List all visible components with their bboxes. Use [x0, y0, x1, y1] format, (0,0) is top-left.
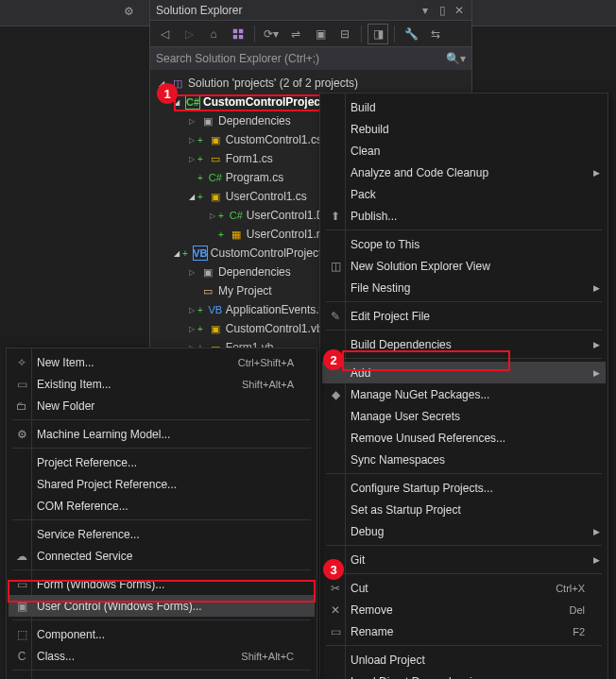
menu-shortcut: Shift+Alt+A — [242, 379, 294, 390]
menu-item-remove-unused-references[interactable]: Remove Unused References... — [322, 427, 606, 449]
menu-item-manage-nuget-packages[interactable]: ◆Manage NuGet Packages... — [322, 383, 606, 405]
menu-item-label: Remove Unused References... — [351, 432, 505, 445]
menu-separator — [326, 645, 602, 646]
menu-item-new-editorconfig[interactable]: ≡New EditorConfig — [9, 673, 315, 679]
menu-item-form-windows-forms[interactable]: ▭Form (Windows Forms)... — [9, 573, 315, 595]
menu-item-pack[interactable]: Pack — [322, 183, 606, 205]
search-icon: 🔍▾ — [446, 52, 466, 65]
menu-item-configure-startup-projects[interactable]: Configure Startup Projects... — [322, 477, 606, 499]
menu-item-rename[interactable]: ▭RenameF2 — [322, 620, 606, 642]
menu-item-shared-project-reference[interactable]: Shared Project Reference... — [9, 473, 315, 495]
show-all-icon[interactable]: ▣ — [310, 24, 331, 44]
menu-item-new-solution-explorer-view[interactable]: ◫New Solution Explorer View — [322, 255, 606, 277]
menu-separator — [12, 569, 311, 570]
folder-icon: 🗀 — [14, 399, 29, 414]
menu-item-existing-item[interactable]: ▭Existing Item...Shift+Alt+A — [9, 373, 315, 395]
chevron-right-icon: ▶ — [593, 555, 600, 565]
menu-item-label: Remove — [351, 603, 393, 617]
menu-item-connected-service[interactable]: ☁Connected Service — [9, 545, 315, 567]
menu-item-user-control-windows-forms[interactable]: ▣User Control (Windows Forms)... — [9, 595, 315, 617]
pin-icon[interactable]: ▯ — [436, 4, 449, 17]
menu-item-new-item[interactable]: ✧New Item...Ctrl+Shift+A — [9, 351, 315, 373]
menu-item-label: COM Reference... — [37, 500, 128, 513]
back-icon[interactable]: ◁ — [154, 24, 175, 44]
preview2-icon[interactable]: ⇆ — [425, 24, 446, 44]
vb-file-icon: VB — [208, 302, 223, 317]
menu-item-add[interactable]: Add▶ — [322, 362, 606, 383]
context-submenu-add: ✧New Item...Ctrl+Shift+A▭Existing Item..… — [6, 348, 317, 679]
menu-separator — [326, 545, 602, 546]
menu-item-label: Analyze and Code Cleanup — [351, 166, 488, 179]
fwd-icon[interactable]: ▷ — [179, 24, 199, 44]
menu-item-cut[interactable]: ✂CutCtrl+X — [322, 577, 606, 599]
menu-item-label: Project Reference... — [37, 456, 137, 469]
collapse-icon[interactable]: ⊟ — [334, 24, 355, 44]
menu-item-sync-namespaces[interactable]: Sync Namespaces — [322, 449, 606, 470]
menu-item-build[interactable]: Build — [322, 96, 606, 118]
menu-separator — [12, 670, 311, 671]
close-icon[interactable]: ✕ — [453, 4, 466, 17]
menu-separator — [12, 419, 311, 420]
menu-item-manage-user-secrets[interactable]: Manage User Secrets — [322, 405, 606, 427]
home-icon[interactable]: ⌂ — [203, 24, 224, 44]
preview-icon[interactable]: ◨ — [368, 24, 388, 44]
menu-separator — [326, 473, 602, 474]
menu-item-label: Unload Project — [351, 654, 425, 667]
menu-item-label: Manage User Secrets — [351, 410, 460, 423]
nuget-icon: ◆ — [328, 387, 343, 402]
class-icon: C — [14, 649, 29, 664]
menu-item-set-as-startup-project[interactable]: Set as Startup Project — [322, 499, 606, 520]
newview-icon: ◫ — [328, 259, 343, 274]
menu-item-file-nesting[interactable]: File Nesting▶ — [322, 277, 606, 298]
menu-item-label: Connected Service — [37, 550, 132, 563]
menu-shortcut: Shift+Alt+C — [241, 651, 294, 662]
menu-item-analyze-and-code-cleanup[interactable]: Analyze and Code Cleanup▶ — [322, 161, 606, 183]
menu-item-publish[interactable]: ⬆Publish... — [322, 205, 606, 227]
menu-item-label: Service Reference... — [37, 528, 140, 541]
settings-gear-icon[interactable]: ⚙ — [124, 5, 134, 18]
chevron-right-icon: ▶ — [593, 527, 600, 536]
menu-item-label: Publish... — [351, 210, 397, 223]
newitem-icon: ✧ — [14, 355, 29, 370]
menu-item-service-reference[interactable]: Service Reference... — [9, 523, 315, 545]
menu-item-remove[interactable]: ✕RemoveDel — [322, 599, 606, 620]
pending-changes-icon[interactable]: ⟳▾ — [261, 24, 282, 44]
menu-item-label: Pack — [351, 188, 376, 201]
uc-icon: ▣ — [14, 599, 29, 614]
menu-item-load-direct-dependencies[interactable]: Load Direct Dependencies — [322, 671, 606, 679]
switch-views-icon[interactable] — [228, 24, 248, 44]
menu-item-rebuild[interactable]: Rebuild — [322, 118, 606, 140]
solution-node[interactable]: ◫ Solution 'projects' (2 of 2 projects) — [150, 74, 471, 93]
form-icon: ▭ — [208, 151, 223, 166]
sync-icon[interactable]: ⇌ — [285, 24, 306, 44]
menu-item-project-reference[interactable]: Project Reference... — [9, 451, 315, 473]
menu-item-machine-learning-model[interactable]: ⚙Machine Learning Model... — [9, 423, 315, 445]
rename-icon: ▭ — [328, 624, 343, 639]
menu-item-label: New Item... — [37, 356, 94, 369]
menu-item-label: Debug — [351, 525, 384, 538]
menu-item-git[interactable]: Git▶ — [322, 549, 606, 570]
menu-item-new-folder[interactable]: 🗀New Folder — [9, 395, 315, 416]
properties-icon[interactable]: 🔧 — [401, 24, 421, 44]
menu-item-label: Sync Namespaces — [351, 453, 445, 467]
usercontrol-icon: ▣ — [208, 321, 223, 336]
menu-item-com-reference[interactable]: COM Reference... — [9, 495, 315, 517]
search-box[interactable]: Search Solution Explorer (Ctrl+;) 🔍▾ — [150, 47, 471, 70]
menu-item-scope-to-this[interactable]: Scope to This — [322, 233, 606, 255]
menu-item-debug[interactable]: Debug▶ — [322, 520, 606, 542]
menu-item-class[interactable]: CClass...Shift+Alt+C — [9, 645, 315, 667]
menu-item-label: New Solution Explorer View — [351, 260, 490, 273]
dropdown-icon[interactable]: ▾ — [419, 4, 432, 17]
menu-item-label: Shared Project Reference... — [37, 478, 177, 491]
menu-item-label: Class... — [37, 650, 75, 663]
menu-item-component[interactable]: ⬚Component... — [9, 623, 315, 645]
menu-item-unload-project[interactable]: Unload Project — [322, 649, 606, 671]
menu-item-edit-project-file[interactable]: ✎Edit Project File — [322, 305, 606, 327]
menu-item-label: Machine Learning Model... — [37, 428, 170, 441]
menu-item-label: User Control (Windows Forms)... — [37, 600, 202, 613]
menu-item-clean[interactable]: Clean — [322, 140, 606, 161]
csharp-file-icon: C# — [229, 208, 244, 223]
menu-item-build-dependencies[interactable]: Build Dependencies▶ — [322, 333, 606, 355]
resx-icon: ▦ — [229, 227, 244, 242]
menu-item-label: Load Direct Dependencies — [351, 675, 484, 680]
